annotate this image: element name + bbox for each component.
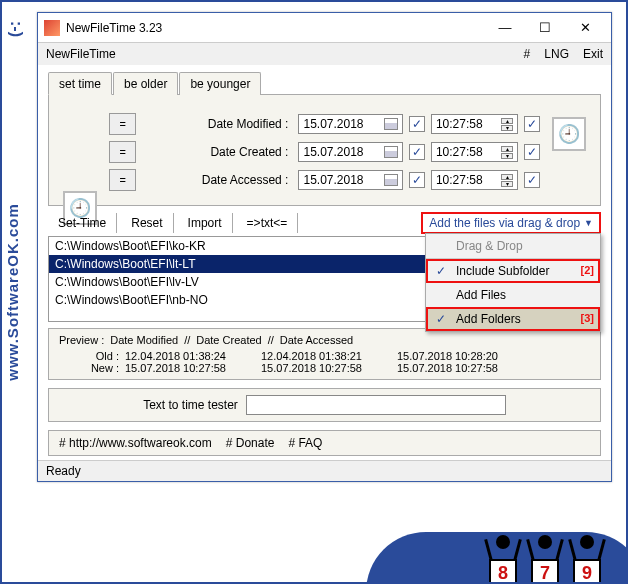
- checkbox-created-time[interactable]: ✓: [524, 144, 540, 160]
- txt-button[interactable]: =>txt<=: [237, 213, 299, 233]
- annotation-3: [3]: [581, 312, 594, 324]
- date-accessed-input[interactable]: 15.07.2018: [298, 170, 403, 190]
- dropdown-menu: Drag & Drop ✓ Include Subfolder [2] Add …: [425, 233, 601, 332]
- judges: 8 7 9: [484, 535, 606, 584]
- tester-input[interactable]: [246, 395, 506, 415]
- chevron-down-icon: ▼: [584, 218, 593, 228]
- old-value: 15.07.2018 10:28:20: [397, 350, 527, 362]
- score-card: 9: [573, 559, 601, 584]
- menu-hash[interactable]: #: [524, 47, 531, 61]
- score-card: 7: [531, 559, 559, 584]
- col-date-accessed: Date Accessed: [280, 334, 353, 346]
- judge: 7: [526, 535, 564, 584]
- dd-add-files[interactable]: Add Files: [426, 283, 600, 307]
- spinner-icon[interactable]: ▴▾: [501, 146, 513, 159]
- tab-set-time[interactable]: set time: [48, 72, 112, 95]
- row-accessed: = Date Accessed : 15.07.2018 ✓ 10:27:58▴…: [109, 169, 540, 191]
- watermark-url: www.SoftwareOK.com: [4, 203, 21, 380]
- tester-panel: Text to time tester: [48, 388, 601, 422]
- date-modified-input[interactable]: 15.07.2018: [298, 114, 403, 134]
- tab-bar: set time be older be younger: [48, 71, 601, 95]
- new-value: 15.07.2018 10:27:58: [125, 362, 255, 374]
- reset-button[interactable]: Reset: [121, 213, 173, 233]
- dd-drag-drop: Drag & Drop: [426, 234, 600, 259]
- menu-app-name[interactable]: NewFileTime: [46, 47, 524, 61]
- time-accessed-input[interactable]: 10:27:58▴▾: [431, 170, 519, 190]
- old-label: Old :: [59, 350, 119, 362]
- dd-add-folders[interactable]: ✓ Add Folders [3]: [426, 307, 600, 331]
- checkbox-accessed-time[interactable]: ✓: [524, 172, 540, 188]
- label-date-modified: Date Modified :: [142, 117, 292, 131]
- toolbar: Set-Time Reset Import =>txt<= Add the fi…: [48, 206, 601, 236]
- date-created-input[interactable]: 15.07.2018: [298, 142, 403, 162]
- menu-exit[interactable]: Exit: [583, 47, 603, 61]
- eq-button[interactable]: =: [109, 113, 136, 135]
- clock-icon-right[interactable]: 🕘: [552, 117, 586, 151]
- import-button[interactable]: Import: [178, 213, 233, 233]
- judge: 8: [484, 535, 522, 584]
- calendar-icon[interactable]: [384, 146, 398, 158]
- col-date-created: Date Created: [196, 334, 261, 346]
- new-label: New :: [59, 362, 119, 374]
- check-icon: ✓: [436, 264, 446, 278]
- menu-lng[interactable]: LNG: [544, 47, 569, 61]
- minimize-button[interactable]: —: [485, 14, 525, 42]
- app-icon: [44, 20, 60, 36]
- score-card: 8: [489, 559, 517, 584]
- titlebar[interactable]: NewFileTime 3.23 — ☐ ✕: [38, 13, 611, 43]
- status-bar: Ready: [38, 460, 611, 481]
- dd-include-subfolder[interactable]: ✓ Include Subfolder [2]: [426, 259, 600, 283]
- links-panel: # http://www.softwareok.com # Donate # F…: [48, 430, 601, 456]
- time-created-input[interactable]: 10:27:58▴▾: [431, 142, 519, 162]
- new-value: 15.07.2018 10:27:58: [261, 362, 391, 374]
- preview-panel: Preview : Date Modified // Date Created …: [48, 328, 601, 380]
- eq-button[interactable]: =: [109, 169, 136, 191]
- menubar: NewFileTime # LNG Exit: [38, 43, 611, 65]
- app-window: NewFileTime 3.23 — ☐ ✕ NewFileTime # LNG…: [37, 12, 612, 482]
- spinner-icon[interactable]: ▴▾: [501, 174, 513, 187]
- file-list[interactable]: C:\Windows\Boot\EFI\ko-KR C:\Windows\Boo…: [48, 236, 601, 322]
- checkbox-modified-date[interactable]: ✓: [409, 116, 425, 132]
- time-modified-input[interactable]: 10:27:58▴▾: [431, 114, 519, 134]
- close-button[interactable]: ✕: [565, 14, 605, 42]
- checkbox-modified-time[interactable]: ✓: [524, 116, 540, 132]
- checkbox-accessed-date[interactable]: ✓: [409, 172, 425, 188]
- maximize-button[interactable]: ☐: [525, 14, 565, 42]
- add-files-dropdown[interactable]: Add the files via drag & drop▼: [421, 212, 601, 234]
- tab-be-younger[interactable]: be younger: [179, 72, 261, 95]
- calendar-icon[interactable]: [384, 118, 398, 130]
- row-created: = Date Created : 15.07.2018 ✓ 10:27:58▴▾…: [109, 141, 540, 163]
- label-date-accessed: Date Accessed :: [142, 173, 292, 187]
- col-date-modified: Date Modified: [110, 334, 178, 346]
- calendar-icon[interactable]: [384, 174, 398, 186]
- checkbox-created-date[interactable]: ✓: [409, 144, 425, 160]
- tester-label: Text to time tester: [143, 398, 238, 412]
- old-value: 12.04.2018 01:38:21: [261, 350, 391, 362]
- window-title: NewFileTime 3.23: [66, 21, 485, 35]
- label-date-created: Date Created :: [142, 145, 292, 159]
- annotation-2: [2]: [581, 264, 594, 276]
- preview-label: Preview :: [59, 334, 104, 346]
- eq-button[interactable]: =: [109, 141, 136, 163]
- tab-be-older[interactable]: be older: [113, 72, 178, 95]
- watermark-smiley: :-): [7, 21, 25, 37]
- judge: 9: [568, 535, 606, 584]
- link-donate[interactable]: # Donate: [226, 436, 275, 450]
- link-faq[interactable]: # FAQ: [288, 436, 322, 450]
- old-value: 12.04.2018 01:38:24: [125, 350, 255, 362]
- link-home[interactable]: # http://www.softwareok.com: [59, 436, 212, 450]
- tab-panel: 🕘 🕘 = Date Modified : 15.07.2018 ✓ 10:27…: [48, 95, 601, 206]
- new-value: 15.07.2018 10:27:58: [397, 362, 527, 374]
- row-modified: = Date Modified : 15.07.2018 ✓ 10:27:58▴…: [109, 113, 540, 135]
- check-icon: ✓: [436, 312, 446, 326]
- spinner-icon[interactable]: ▴▾: [501, 118, 513, 131]
- set-time-button[interactable]: Set-Time: [48, 213, 117, 233]
